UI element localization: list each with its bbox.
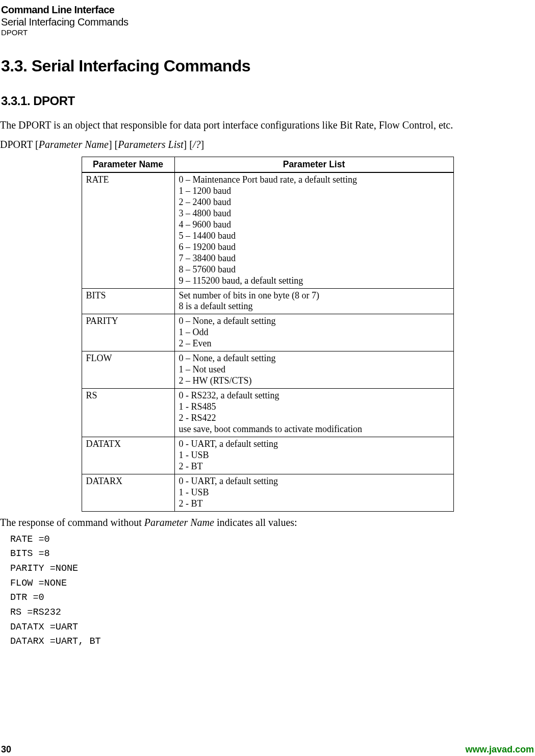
- param-name-cell: RATE: [82, 172, 174, 288]
- param-name-cell: DATARX: [82, 474, 174, 511]
- footer-url: www.javad.com: [466, 744, 534, 755]
- response-label: The response of command without Paramete…: [0, 517, 535, 528]
- param-list-cell: Set number of bits in one byte (8 or 7) …: [174, 288, 453, 314]
- table-row: PARITY 0 – None, a default setting 1 – O…: [82, 314, 453, 351]
- param-list-cell: 0 – None, a default setting 1 – Not used…: [174, 351, 453, 389]
- response-block: RATE =0 BITS =8 PARITY =NONE FLOW =NONE …: [10, 533, 535, 649]
- table-row: DATARX0 - UART, a default setting 1 - US…: [82, 474, 453, 511]
- syntax-param-name: Parameter Name: [39, 139, 109, 150]
- syntax-suffix: ]: [200, 139, 204, 150]
- table-row: FLOW0 – None, a default setting 1 – Not …: [82, 351, 453, 389]
- syntax-mid1: ] [: [109, 139, 118, 150]
- response-post: indicates all values:: [214, 517, 297, 528]
- header-subsection: DPORT: [1, 28, 535, 37]
- header-chapter: Command Line Interface: [1, 4, 535, 16]
- subsection-heading: 3.3.1. DPORT: [1, 94, 535, 108]
- command-syntax: DPORT [Parameter Name] [Parameters List]…: [0, 139, 535, 150]
- page-number: 30: [1, 744, 11, 755]
- param-list-cell: 0 – None, a default setting 1 – Odd 2 – …: [174, 314, 453, 351]
- param-list-cell: 0 – Maintenance Port baud rate, a defaul…: [174, 172, 453, 288]
- param-name-cell: BITS: [82, 288, 174, 314]
- param-list-cell: 0 - UART, a default setting 1 - USB 2 - …: [174, 474, 453, 511]
- parameters-table: Parameter Name Parameter List RATE0 – Ma…: [82, 157, 454, 512]
- section-heading: 3.3. Serial Interfacing Commands: [1, 57, 535, 75]
- response-ital: Parameter Name: [144, 517, 214, 528]
- syntax-mid2: ] [: [184, 139, 193, 150]
- table-header-name: Parameter Name: [82, 157, 174, 173]
- syntax-param-list: Parameters List: [118, 139, 183, 150]
- table-row: BITSSet number of bits in one byte (8 or…: [82, 288, 453, 314]
- response-pre: The response of command without: [0, 517, 144, 528]
- param-name-cell: DATATX: [82, 437, 174, 474]
- table-row: DATATX0 - UART, a default setting 1 - US…: [82, 437, 453, 474]
- table-row: RATE0 – Maintenance Port baud rate, a de…: [82, 172, 453, 288]
- param-name-cell: PARITY: [82, 314, 174, 351]
- param-list-cell: 0 - UART, a default setting 1 - USB 2 - …: [174, 437, 453, 474]
- table-row: RS0 - RS232, a default setting 1 - RS485…: [82, 389, 453, 437]
- param-name-cell: FLOW: [82, 351, 174, 389]
- param-list-cell: 0 - RS232, a default setting 1 - RS485 2…: [174, 389, 453, 437]
- intro-paragraph: The DPORT is an object that responsible …: [0, 118, 535, 132]
- header-section: Serial Interfacing Commands: [1, 16, 535, 28]
- syntax-prefix: DPORT [: [0, 139, 39, 150]
- syntax-help: /?: [193, 139, 201, 150]
- table-header-list: Parameter List: [174, 157, 453, 173]
- param-name-cell: RS: [82, 389, 174, 437]
